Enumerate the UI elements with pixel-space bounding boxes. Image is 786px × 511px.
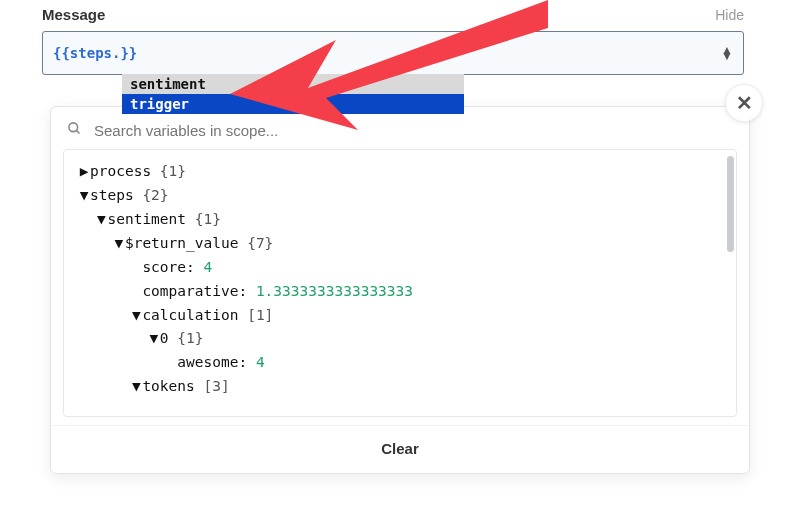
- search-input[interactable]: [94, 122, 733, 139]
- expression-value: {{steps.}}: [53, 45, 721, 61]
- tree-row[interactable]: ▼sentiment {1}: [78, 208, 722, 232]
- tree-row[interactable]: awesome: 4: [78, 351, 722, 375]
- tree-row[interactable]: ▼$return_value {7}: [78, 232, 722, 256]
- tree-row[interactable]: score: 4: [78, 256, 722, 280]
- tree-row[interactable]: ▼tokens [3]: [78, 375, 722, 399]
- autocomplete-dropdown[interactable]: sentimenttrigger: [122, 74, 464, 114]
- scrollbar-thumb[interactable]: [727, 156, 734, 252]
- tree-row[interactable]: ▼calculation [1]: [78, 304, 722, 328]
- tree-row[interactable]: ▼0 {1}: [78, 327, 722, 351]
- tree-row[interactable]: ▶process {1}: [78, 160, 722, 184]
- expression-input[interactable]: {{steps.}} ▲▼: [42, 31, 744, 75]
- tree-row[interactable]: comparative: 1.3333333333333333: [78, 280, 722, 304]
- variable-picker-popup: ✕ ▶process {1}▼steps {2} ▼sentiment {1} …: [50, 106, 750, 474]
- close-icon[interactable]: ✕: [725, 84, 763, 122]
- autocomplete-item-trigger[interactable]: trigger: [122, 94, 464, 114]
- hide-link[interactable]: Hide: [715, 7, 744, 23]
- field-label: Message: [42, 6, 105, 23]
- autocomplete-item-sentiment[interactable]: sentiment: [122, 74, 464, 94]
- updown-icon[interactable]: ▲▼: [721, 47, 733, 59]
- clear-button[interactable]: Clear: [51, 425, 749, 473]
- tree-row[interactable]: ▼steps {2}: [78, 184, 722, 208]
- svg-point-0: [69, 123, 78, 132]
- search-icon: [67, 121, 82, 139]
- svg-line-1: [76, 130, 79, 133]
- variable-tree[interactable]: ▶process {1}▼steps {2} ▼sentiment {1} ▼$…: [63, 149, 737, 417]
